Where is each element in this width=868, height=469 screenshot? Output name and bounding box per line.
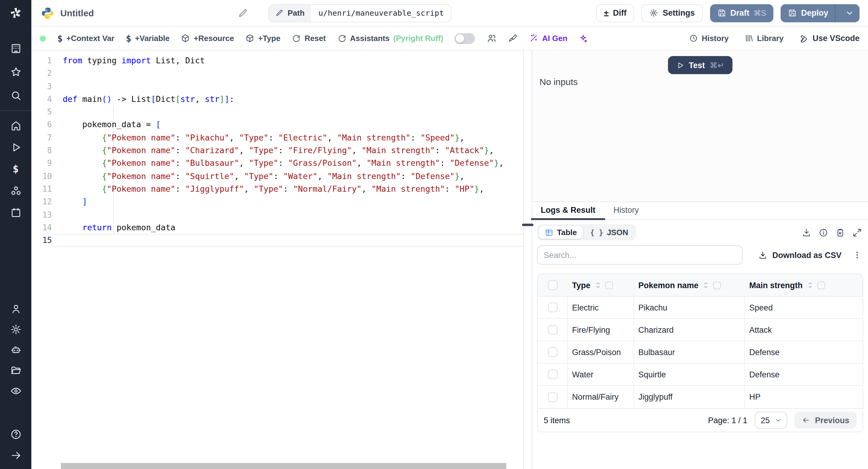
workers-robot-icon[interactable] xyxy=(10,344,22,356)
audit-eye-icon[interactable] xyxy=(10,385,22,397)
code-line[interactable]: 6 pokemon_data = [ xyxy=(31,119,523,131)
add-type-button[interactable]: +Type xyxy=(245,34,280,43)
ai-gen-button[interactable]: AI Gen xyxy=(530,34,567,43)
vscode-icon xyxy=(799,33,809,43)
multiplayer-users-icon[interactable] xyxy=(487,33,497,43)
format-brush-icon[interactable] xyxy=(508,33,518,43)
sort-main-strength-icon[interactable] xyxy=(806,281,814,289)
runs-play-icon[interactable] xyxy=(10,141,22,153)
reset-button[interactable]: Reset xyxy=(292,34,326,43)
editor-horizontal-scrollbar[interactable] xyxy=(61,463,506,469)
package-icon xyxy=(181,34,190,43)
expand-result-icon[interactable] xyxy=(852,227,862,237)
code-line[interactable]: 10 {"Pokemon name": "Squirtle", "Type": … xyxy=(31,170,523,183)
code-line[interactable]: 13 xyxy=(31,208,523,221)
row-checkbox-cell xyxy=(538,319,568,341)
tab-history[interactable]: History xyxy=(613,206,640,219)
variables-dollar-icon[interactable]: $ xyxy=(10,163,22,175)
schedules-calendar-icon[interactable] xyxy=(10,206,22,218)
favorites-star-icon[interactable] xyxy=(10,66,22,78)
code-line[interactable]: 1from typing import List, Dict xyxy=(31,54,523,67)
view-json-button[interactable]: { } JSON xyxy=(584,226,634,239)
search-input[interactable] xyxy=(537,245,743,264)
column-checkbox[interactable] xyxy=(817,281,825,289)
deploy-dropdown-chevron-icon[interactable] xyxy=(840,8,860,18)
view-table-button[interactable]: Table xyxy=(539,226,583,239)
info-icon[interactable] xyxy=(818,227,828,237)
settings-button[interactable]: Settings xyxy=(642,4,703,22)
search-icon[interactable] xyxy=(10,89,22,101)
table-menu-kebab-icon[interactable] xyxy=(852,250,862,260)
resize-handle[interactable] xyxy=(522,224,533,226)
code-line[interactable]: 3 xyxy=(31,80,523,93)
line-number: 7 xyxy=(31,131,52,145)
table-cell: Speed xyxy=(745,296,863,318)
column-header-pokemon-name: Pokemon name xyxy=(638,281,699,290)
add-variable-button[interactable]: $+Variable xyxy=(126,33,170,44)
download-result-icon[interactable] xyxy=(802,227,811,237)
path-label-segment: Path xyxy=(269,4,311,22)
use-vscode-button[interactable]: Use VScode xyxy=(799,33,860,43)
row-checkbox[interactable] xyxy=(548,370,557,379)
code-line[interactable]: 14 return pokemon_data xyxy=(31,221,523,234)
user-icon[interactable] xyxy=(10,303,22,315)
workspace-icon[interactable] xyxy=(10,42,22,54)
home-icon[interactable] xyxy=(10,119,22,131)
items-count: 5 items xyxy=(544,416,570,425)
sort-type-icon[interactable] xyxy=(593,281,602,289)
line-number: 14 xyxy=(31,221,52,234)
previous-page-button[interactable]: Previous xyxy=(795,412,857,429)
diff-button[interactable]: ± Diff xyxy=(596,4,634,22)
line-number: 6 xyxy=(31,119,52,131)
code-line[interactable]: 8 {"Pokemon name": "Charizard", "Type": … xyxy=(31,144,523,157)
script-path-field[interactable]: Path u/henri/maneuverable_script xyxy=(268,4,452,22)
code-line[interactable]: 4def main() -> List[Dict[str, str]]: xyxy=(31,93,523,106)
resources-cubes-icon[interactable] xyxy=(10,184,22,196)
dollar-icon: $ xyxy=(57,33,63,44)
download-csv-button[interactable]: Download as CSV xyxy=(758,250,841,259)
assistants-button[interactable]: Assistants (Pyright Ruff) xyxy=(337,34,443,43)
page-size-select[interactable]: 25 xyxy=(755,412,787,429)
code-line[interactable]: 2 xyxy=(31,67,523,80)
line-number: 11 xyxy=(31,183,52,196)
row-checkbox[interactable] xyxy=(548,325,557,335)
sidebar-divider xyxy=(0,110,31,111)
column-checkbox[interactable] xyxy=(713,281,721,289)
page-title: Untitled xyxy=(60,8,94,18)
column-checkbox[interactable] xyxy=(605,281,613,289)
code-line[interactable]: 5 xyxy=(31,105,523,119)
code-line[interactable]: 12 ] xyxy=(31,196,523,209)
test-button[interactable]: Test ⌘↵ xyxy=(668,56,733,74)
windmill-logo-icon[interactable] xyxy=(0,0,31,27)
sparkles-icon[interactable] xyxy=(579,34,588,43)
python-logo-icon xyxy=(41,6,54,20)
draft-button[interactable]: Draft ⌘S xyxy=(710,4,773,22)
multiplayer-toggle[interactable] xyxy=(455,33,475,44)
row-checkbox[interactable] xyxy=(548,347,557,357)
path-value: u/henri/maneuverable_script xyxy=(311,8,451,18)
deploy-button[interactable]: Deploy xyxy=(781,4,860,22)
view-switcher: Table { } JSON xyxy=(537,224,636,241)
tab-logs-result[interactable]: Logs & Result xyxy=(539,206,597,219)
add-resource-button[interactable]: +Resource xyxy=(181,34,234,43)
settings-gear-icon[interactable] xyxy=(10,323,22,335)
row-checkbox[interactable] xyxy=(548,303,557,312)
expand-arrow-icon[interactable] xyxy=(10,449,22,461)
add-context-var-button[interactable]: $+Context Var xyxy=(57,33,115,44)
library-button[interactable]: Library xyxy=(744,34,784,43)
row-checkbox[interactable] xyxy=(548,392,557,402)
edit-title-pencil-icon[interactable] xyxy=(238,8,248,18)
folders-icon[interactable] xyxy=(10,364,22,376)
code-line[interactable]: 15 xyxy=(31,234,523,247)
sort-pokemon-name-icon[interactable] xyxy=(702,281,710,289)
code-line[interactable]: 7 {"Pokemon name": "Pikachu", "Type": "E… xyxy=(31,131,523,145)
library-icon xyxy=(744,34,753,43)
code-line[interactable]: 11 {"Pokemon name": "Jigglypuff", "Type"… xyxy=(31,183,523,196)
page-indicator: Page: 1 / 1 xyxy=(708,416,747,425)
history-button[interactable]: History xyxy=(689,34,729,43)
code-editor[interactable]: 1from typing import List, Dict234def mai… xyxy=(31,51,524,469)
help-icon[interactable] xyxy=(10,428,22,440)
copy-result-icon[interactable] xyxy=(835,227,845,237)
code-line[interactable]: 9 {"Pokemon name": "Bulbasaur", "Type": … xyxy=(31,157,523,170)
select-all-checkbox[interactable] xyxy=(548,280,558,290)
